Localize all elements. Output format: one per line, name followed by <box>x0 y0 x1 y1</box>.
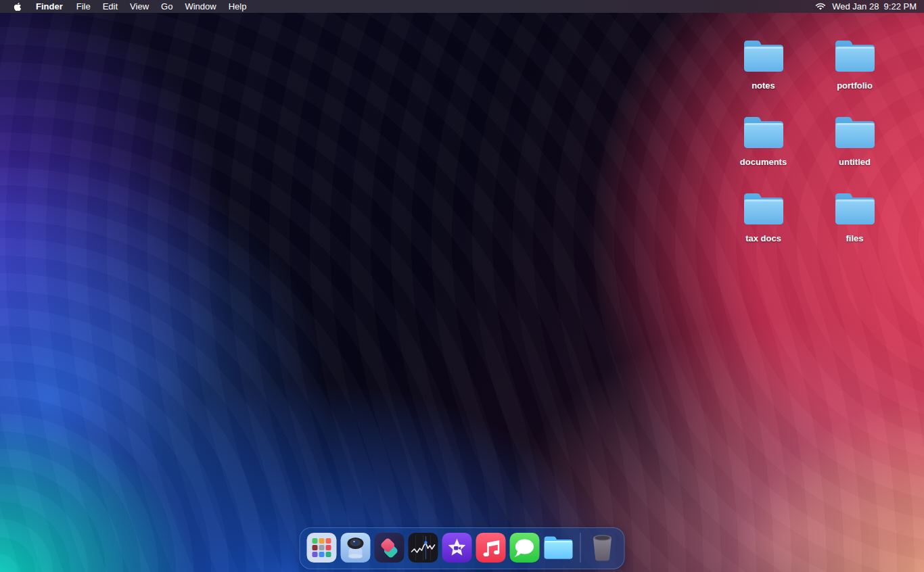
folder-label: documents <box>740 157 787 167</box>
menu-item-help[interactable]: Help <box>223 0 253 13</box>
folder-label: files <box>846 233 863 243</box>
folder-label: tax docs <box>745 233 781 243</box>
desktop-folder-notes[interactable]: notes <box>718 33 809 110</box>
dock <box>300 527 625 569</box>
menu-bar: Finder File Edit View Go Window Help Wed… <box>0 0 924 13</box>
shortcuts-icon <box>374 532 405 563</box>
music-icon <box>476 532 507 563</box>
dock-item-messages[interactable] <box>509 532 540 563</box>
wifi-status[interactable] <box>815 3 826 11</box>
menu-item-view[interactable]: View <box>124 0 155 13</box>
desktop-folder-files[interactable]: files <box>809 186 900 262</box>
apple-logo-icon <box>14 2 22 11</box>
dock-item-shortcuts[interactable] <box>374 532 405 563</box>
dock-item-stocks[interactable] <box>408 532 439 563</box>
launchpad-icon <box>306 532 338 563</box>
stocks-icon <box>408 532 439 563</box>
messages-icon <box>509 532 540 563</box>
dock-item-imovie[interactable] <box>442 532 473 563</box>
imovie-icon <box>442 532 473 563</box>
folder-label: notes <box>752 80 775 91</box>
menu-item-file[interactable]: File <box>70 0 97 13</box>
folder-icon <box>741 191 786 227</box>
menu-item-go[interactable]: Go <box>155 0 179 13</box>
wifi-icon <box>815 3 826 11</box>
desktop-folders: notes portfolio documents untitled tax d… <box>718 33 900 262</box>
menu-item-edit[interactable]: Edit <box>97 0 124 13</box>
folder-icon <box>833 38 877 74</box>
menu-bar-right: Wed Jan 28 9:22 PM <box>815 0 924 13</box>
menu-item-finder[interactable]: Finder <box>28 0 70 13</box>
menu-bar-left: Finder File Edit View Go Window Help <box>0 0 252 13</box>
dock-item-trash[interactable] <box>587 532 618 563</box>
folder-icon <box>543 532 574 563</box>
apple-menu[interactable] <box>7 0 28 13</box>
menu-item-window[interactable]: Window <box>179 0 222 13</box>
folder-label: untitled <box>839 157 871 167</box>
folder-icon <box>741 114 786 151</box>
menu-clock[interactable]: Wed Jan 28 9:22 PM <box>832 0 917 13</box>
dock-separator <box>580 533 581 563</box>
desktop-folder-documents[interactable]: documents <box>718 110 809 186</box>
dock-item-photo-booth[interactable] <box>340 532 371 563</box>
folder-label: portfolio <box>837 80 873 91</box>
folder-icon <box>833 191 877 227</box>
dock-item-music[interactable] <box>476 532 507 563</box>
desktop-folder-tax-docs[interactable]: tax docs <box>718 186 809 262</box>
folder-icon <box>741 38 786 74</box>
trash-icon <box>587 532 618 563</box>
photo-booth-icon <box>340 532 371 563</box>
desktop-folder-portfolio[interactable]: portfolio <box>809 33 900 110</box>
folder-icon <box>833 114 877 151</box>
desktop-screen: Finder File Edit View Go Window Help Wed… <box>0 0 924 572</box>
desktop-folder-untitled[interactable]: untitled <box>809 110 900 186</box>
dock-item-folder[interactable] <box>543 532 574 563</box>
dock-item-launchpad[interactable] <box>306 532 338 563</box>
